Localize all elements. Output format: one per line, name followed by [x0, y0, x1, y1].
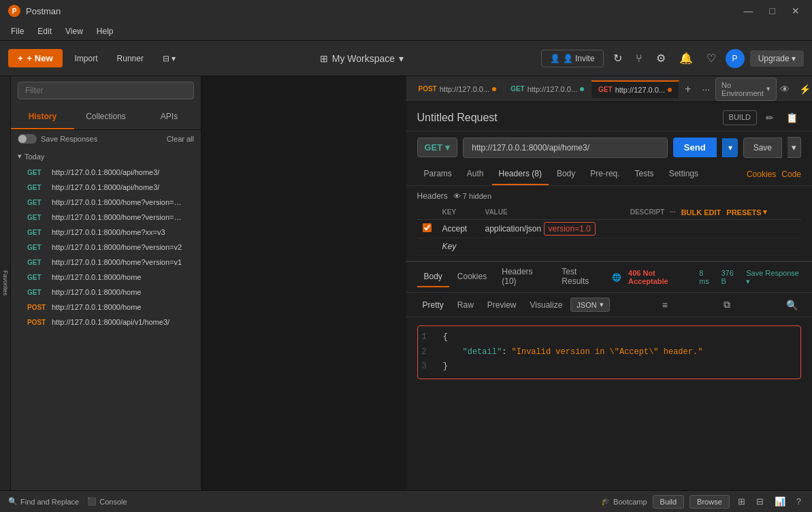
invite-button[interactable]: 👤 👤 Invite — [541, 50, 604, 67]
request-nav: Params Auth Headers (8) Body Pre-req. Te… — [406, 163, 813, 186]
save-button[interactable]: Save — [743, 138, 782, 158]
url-input[interactable] — [463, 138, 668, 158]
edit-icon-button[interactable]: ✏ — [762, 110, 777, 125]
format-pretty-button[interactable]: Pretty — [417, 298, 449, 312]
header-checkbox[interactable] — [423, 223, 432, 232]
grid-icon-button[interactable]: ⊞ — [735, 495, 748, 508]
sync-button[interactable]: ↻ — [609, 49, 626, 67]
nav-tests[interactable]: Tests — [628, 163, 661, 185]
header-value-error: version=1.0 — [544, 222, 596, 236]
add-tab-button[interactable]: + — [679, 80, 696, 98]
bootcamp-button[interactable]: 🎓 Bootcamp — [601, 497, 647, 506]
history-item[interactable]: GET http://127.0.0.1:8000/home?version=v… — [11, 195, 201, 210]
history-today-header[interactable]: ▾ Today — [11, 148, 201, 165]
request-tab-get2[interactable]: GET http://127.0.0... — [591, 80, 679, 98]
build-badge[interactable]: BUILD — [723, 110, 757, 125]
tab-collections[interactable]: Collections — [74, 105, 137, 129]
nav-params[interactable]: Params — [417, 163, 459, 185]
more-tabs-button[interactable]: ··· — [696, 81, 715, 97]
settings-button[interactable]: ⚙ — [652, 49, 670, 67]
history-item[interactable]: GET http://127.0.0.1:8000/api/home3/ — [11, 180, 201, 195]
header-desc-placeholder[interactable] — [625, 238, 801, 255]
history-item[interactable]: GET http://127.0.0.1:8000/home — [11, 285, 201, 300]
nav-settings[interactable]: Settings — [662, 163, 705, 185]
console-button[interactable]: ⬛ Console — [87, 497, 127, 506]
heart-button[interactable]: ♡ — [702, 49, 720, 67]
notifications-button[interactable]: 🔔 — [675, 49, 697, 67]
history-item[interactable]: POST http://127.0.0.1:8000/home — [11, 300, 201, 315]
history-url: http://127.0.0.1:8000/api/v1/home3/ — [52, 318, 169, 326]
maximize-button[interactable]: □ — [766, 4, 779, 18]
menu-edit[interactable]: Edit — [32, 25, 57, 37]
save-response-button[interactable]: Save Response ▾ — [746, 269, 801, 286]
find-replace-button[interactable]: 🔍 Find and Replace — [8, 497, 79, 506]
nav-auth[interactable]: Auth — [460, 163, 491, 185]
favorites-bar[interactable]: Favorites — [0, 76, 11, 490]
nav-body[interactable]: Body — [550, 163, 582, 185]
eye-icon-button[interactable]: 👁 — [777, 82, 793, 97]
history-item[interactable]: GET http://127.0.0.1:8000/home?version=v… — [11, 210, 201, 225]
environment-selector[interactable]: No Environment ▾ — [715, 78, 777, 101]
workspace-selector[interactable]: ⊞ My Workspace ▾ — [314, 50, 409, 67]
send-dropdown-button[interactable]: ▾ — [722, 138, 738, 157]
bulk-edit-button[interactable]: Bulk Edit — [681, 208, 721, 217]
history-item[interactable]: POST http://127.0.0.1:8000/api/v1/home3/ — [11, 315, 201, 330]
header-key-cell[interactable]: Accept — [437, 220, 480, 238]
nav-prereq[interactable]: Pre-req. — [583, 163, 626, 185]
response-tab-test-results[interactable]: Test Results — [555, 262, 611, 292]
response-tab-headers[interactable]: Headers (10) — [495, 262, 553, 292]
minimize-button[interactable]: — — [740, 4, 758, 18]
header-value-placeholder[interactable] — [479, 238, 624, 255]
hidden-headers-badge[interactable]: 👁 7 hidden — [453, 192, 491, 200]
history-item[interactable]: GET http://127.0.0.1:8000/home?xx=v3 — [11, 225, 201, 240]
close-button[interactable]: ✕ — [787, 4, 804, 18]
format-raw-button[interactable]: Raw — [452, 298, 479, 312]
build-mode-button[interactable]: Build — [653, 495, 684, 509]
more-icon[interactable]: ··· — [670, 208, 675, 216]
layout-button[interactable]: ⊟ ▾ — [156, 50, 182, 67]
profile-button[interactable]: P — [726, 49, 745, 68]
chart-icon-button[interactable]: 📊 — [772, 495, 788, 508]
response-tab-body[interactable]: Body — [417, 267, 449, 287]
menu-file[interactable]: File — [5, 25, 29, 37]
history-item[interactable]: GET http://127.0.0.1:8000/api/home3/ — [11, 165, 201, 180]
header-key-placeholder[interactable]: Key — [437, 238, 480, 255]
request-tab-get1[interactable]: GET http://127.0.0... — [504, 81, 591, 97]
save-dropdown-button[interactable]: ▾ — [787, 137, 801, 158]
import-button[interactable]: Import — [68, 50, 105, 67]
format-preview-button[interactable]: Preview — [482, 298, 522, 312]
history-item[interactable]: GET http://127.0.0.1:8000/home?version=v… — [11, 255, 201, 270]
note-icon-button[interactable]: 📋 — [783, 110, 801, 125]
header-desc-cell[interactable] — [625, 220, 801, 238]
history-item[interactable]: GET http://127.0.0.1:8000/home?version=v… — [11, 240, 201, 255]
request-tab-post[interactable]: POST http://127.0.0... — [412, 81, 504, 97]
runner-button[interactable]: Runner — [110, 50, 150, 67]
nav-headers[interactable]: Headers (8) — [492, 163, 549, 185]
tab-history[interactable]: History — [11, 105, 74, 129]
cookies-link[interactable]: Cookies — [747, 170, 776, 179]
menu-view[interactable]: View — [60, 25, 88, 37]
code-link[interactable]: Code — [781, 170, 801, 179]
settings-icon-button[interactable]: ⚡ — [796, 82, 812, 97]
table-icon-button[interactable]: ⊟ — [753, 495, 766, 508]
browse-mode-button[interactable]: Browse — [689, 495, 730, 509]
copy-icon-button[interactable]: ⧉ — [720, 297, 734, 313]
send-button[interactable]: Send — [673, 138, 717, 157]
clear-all-button[interactable]: Clear all — [167, 135, 194, 143]
search-input[interactable] — [18, 82, 194, 99]
response-tab-cookies[interactable]: Cookies — [451, 267, 493, 287]
new-button[interactable]: + + New — [8, 49, 63, 67]
wrap-icon-button[interactable]: ≡ — [659, 298, 671, 313]
save-responses-switch[interactable] — [18, 134, 37, 144]
upgrade-button[interactable]: Upgrade ▾ — [750, 50, 804, 67]
menu-help[interactable]: Help — [91, 25, 119, 37]
format-visualize-button[interactable]: Visualize — [525, 298, 568, 312]
presets-button[interactable]: Presets ▾ — [726, 208, 766, 217]
fork-icon-button[interactable]: ⑂ — [632, 50, 647, 67]
history-item[interactable]: GET http://127.0.0.1:8000/home — [11, 270, 201, 285]
method-dropdown[interactable]: GET ▾ — [417, 138, 458, 157]
search-icon-button[interactable]: 🔍 — [783, 298, 801, 313]
tab-apis[interactable]: APIs — [137, 105, 201, 129]
help-button[interactable]: ? — [794, 495, 804, 508]
json-format-selector[interactable]: JSON ▾ — [570, 298, 609, 312]
